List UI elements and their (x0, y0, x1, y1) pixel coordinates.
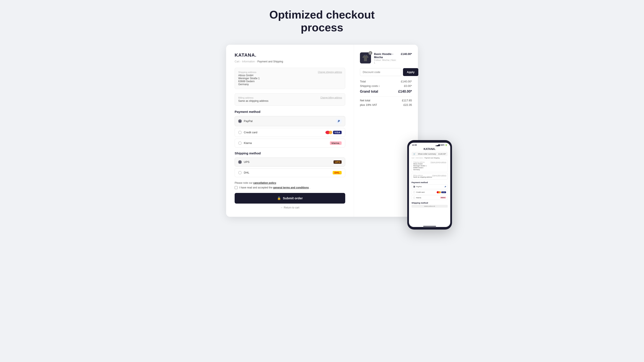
product-name: Basic Hoodie - Mocha (374, 52, 398, 59)
phone-klarna-option[interactable]: Klarna klarna. (412, 195, 448, 200)
phone-time: 12:00 (412, 144, 417, 146)
total-row: Total £140.00* (360, 80, 412, 83)
totals-divider (360, 96, 412, 97)
shipping-option-ups[interactable]: UPS UPS (235, 158, 345, 167)
product-image: 1 (360, 52, 371, 63)
phone-summary-row[interactable]: 🛒 Show order summary £140.00* (412, 152, 448, 156)
ups-badge: UPS (334, 160, 342, 164)
breadcrumb-current: Payment and Shipping (258, 60, 283, 63)
change-billing-address-link[interactable]: Change billing address (320, 96, 342, 99)
credit-card-label: Credit card (244, 131, 258, 134)
phone-frame: 12:00 ▂▄▆ WiFi 🔋 KATANA. 🛒 Show order su… (407, 140, 452, 230)
grand-total-row: Grand total £140.00* (360, 90, 412, 93)
phone-change-shipping[interactable]: Change shipping address (430, 161, 446, 163)
shipping-value: £0.00* (404, 84, 412, 87)
phone-status-bar: 12:00 ▂▄▆ WiFi 🔋 (409, 143, 450, 146)
phone-logo: KATANA. (412, 147, 448, 151)
general-terms-link[interactable]: general terms and conditions (273, 186, 309, 189)
phone-shipping-title: Shipping method (412, 202, 448, 204)
breadcrumb: Cart › Information › Payment and Shippin… (235, 60, 345, 63)
phone-shipping-address: Shipping address Atloss GmbH Weninger St… (412, 160, 448, 172)
phone-radio-paypal (413, 186, 415, 188)
phone-radio-klarna (413, 197, 415, 199)
radio-credit-card (238, 131, 242, 134)
phone-klarna-label: Klarna (416, 197, 421, 199)
shipping-cost-row: Shipping costs ℹ £0.00* (360, 84, 412, 87)
terms-check-row: I have read and accepted the general ter… (235, 186, 345, 189)
submit-order-button[interactable]: 🔒 Submit order (235, 193, 345, 204)
phone-klarna-badge: klarna. (440, 197, 446, 198)
grand-total-label: Grand total (360, 90, 378, 93)
shipping-method-title: Shipping method (235, 151, 345, 155)
phone-home-indicator (423, 226, 436, 227)
billing-address-value: Same as shipping address (238, 99, 342, 102)
phone-paypal-option[interactable]: PayPal P (412, 184, 448, 189)
net-value: £117.65 (402, 99, 412, 102)
phone-billing-address: Billing address Same as shipping address… (412, 173, 448, 180)
phone-billing-value: Same as shipping address (413, 176, 446, 178)
totals-section: Total £140.00* Shipping costs ℹ £0.00* G… (360, 80, 412, 106)
total-value: £140.00* (401, 80, 412, 83)
return-to-cart-link[interactable]: Return to cart (235, 206, 345, 209)
phone-paypal-label: PayPal (416, 186, 422, 188)
radio-paypal (238, 119, 242, 123)
klarna-badge: klarna. (330, 141, 342, 145)
credit-card-badges: VISA (326, 131, 342, 134)
radio-ups (238, 160, 242, 164)
phone-summary-price: £140.00* (438, 153, 446, 155)
product-price: £140.00* (401, 52, 412, 55)
payment-option-credit-card[interactable]: Credit card VISA (235, 128, 345, 137)
radio-klarna (238, 141, 242, 145)
store-logo: KATANA. (235, 52, 345, 58)
hoodie-icon (362, 54, 369, 61)
paypal-label: PayPal (244, 119, 252, 123)
terms-checkbox[interactable] (235, 186, 238, 189)
phone-signals: ▂▄▆ WiFi 🔋 (436, 144, 447, 146)
change-shipping-address-link[interactable]: Change shipping address (318, 71, 342, 73)
net-label: Net total (360, 99, 370, 102)
terms-section: Please note our cancellation policy. I h… (235, 181, 345, 189)
vat-value: £22.35 (404, 103, 412, 106)
phone-shipping-value: Atloss GmbH Weninger Straße 1 63688 Gede… (413, 163, 446, 171)
klarna-label: Klarna (244, 141, 252, 145)
payment-option-paypal[interactable]: PayPal P (235, 116, 345, 126)
discount-code-input[interactable] (360, 68, 401, 76)
dhl-label: DHL (244, 171, 249, 174)
vat-label: plus 19% VAT (360, 103, 377, 106)
shipping-option-dhl[interactable]: DHL DHL (235, 168, 345, 177)
breadcrumb-cart[interactable]: Cart (235, 60, 240, 63)
phone-cc-badges: VISA (437, 191, 446, 193)
phone-breadcrumb: Cart › Information › Payment and Shippin… (412, 157, 448, 159)
phone-change-billing[interactable]: Change billing address (432, 175, 446, 176)
payment-method-title: Payment method (235, 110, 345, 113)
billing-address-box: Billing address Same as shipping address… (235, 93, 345, 106)
phone-content: KATANA. 🛒 Show order summary £140.00* Ca… (409, 146, 450, 225)
shipping-address-value: Atloss GmbH Weninger Straße 1 63688 Gede… (238, 74, 342, 86)
shipping-label: Shipping costs ℹ (360, 84, 380, 87)
phone-summary-icon: 🛒 (413, 153, 416, 155)
lock-icon: 🔒 (277, 196, 281, 200)
net-total-row: Net total £117.65 (360, 99, 412, 102)
phone-creditcard-option[interactable]: Credit card VISA (412, 190, 448, 195)
paypal-badge: P (336, 119, 342, 123)
payment-option-klarna[interactable]: Klarna klarna. (235, 139, 345, 148)
phone-cc-label: Credit card (416, 191, 424, 193)
checkout-left-panel: KATANA. Cart › Information › Payment and… (226, 45, 354, 217)
apply-discount-button[interactable]: Apply (403, 68, 418, 76)
phone-mockup-wrapper: 12:00 ▂▄▆ WiFi 🔋 KATANA. 🛒 Show order su… (407, 140, 452, 230)
svg-point-0 (365, 55, 366, 56)
page-title: Optimized checkout process (269, 8, 375, 34)
phone-visa-badge: VISA (441, 191, 446, 193)
breadcrumb-information[interactable]: Information (242, 60, 255, 63)
product-variant: Colour: Mocha | Size: L (374, 59, 398, 64)
radio-dhl (238, 171, 242, 174)
grand-total-value: £140.00* (398, 90, 412, 93)
cancellation-policy-link[interactable]: cancellation policy (253, 181, 276, 184)
breadcrumb-sep1: › (240, 60, 241, 63)
product-info: Basic Hoodie - Mocha Colour: Mocha | Siz… (374, 52, 398, 64)
visa-badge: VISA (333, 131, 342, 134)
vat-row: plus 19% VAT £22.35 (360, 103, 412, 106)
phone-screen: 12:00 ▂▄▆ WiFi 🔋 KATANA. 🛒 Show order su… (409, 143, 450, 227)
shipping-address-box: Shipping address Atloss GmbH Weninger St… (235, 68, 345, 89)
phone-url-bar: katana.atloss.de (412, 205, 448, 208)
